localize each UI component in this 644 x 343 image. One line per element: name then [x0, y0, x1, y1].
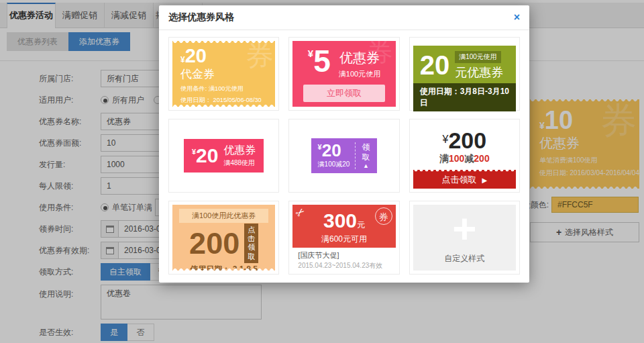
plus-icon: + — [413, 205, 516, 253]
coupon-watermark-icon: 券 — [246, 41, 274, 72]
page: 优惠券活动 满赠促销 满减促销 搭 优惠券列表 添加优惠券 所属门店: 所有门店… — [0, 0, 644, 343]
c1-date: 使用日期： 2015/05/06-08/30 — [180, 96, 268, 105]
c2-amount: ¥5 — [308, 47, 331, 79]
coupon-style-yellow[interactable]: ¥20 代金券 使用条件: 满100元使用 使用日期： 2015/05/06-0… — [168, 37, 279, 111]
c7-amount: 200 — [189, 228, 239, 258]
close-icon[interactable]: × — [514, 12, 520, 23]
coupon-style-modal: 选择优惠券风格 × ¥20 代金券 使用条件: 满100元使用 使用日期： 20… — [159, 5, 529, 283]
custom-style-button[interactable]: + 自定义样式 — [409, 201, 520, 275]
coupon-style-red-band[interactable]: ¥20 优惠券 满488使用 — [168, 119, 279, 193]
c3-amount: 20 — [420, 52, 450, 78]
c7-condition-band: 满100使用此优惠券 — [179, 209, 268, 223]
coupon-watermark-icon: 券 — [366, 41, 393, 68]
c6-amount: ¥200 — [413, 130, 516, 151]
c1-condition: 使用条件: 满100元使用 — [180, 85, 268, 93]
coupon-style-grid: ¥20 代金券 使用条件: 满100元使用 使用日期： 2015/05/06-0… — [159, 30, 529, 283]
c8-date: 2015.04.23~2015.04.23有效 — [298, 261, 390, 271]
coupon-watermark-icon: 券 — [375, 207, 392, 225]
click-claim-tab[interactable]: 点击领取 — [244, 224, 258, 263]
triangle-up-icon: ▲ — [361, 162, 370, 169]
c6-condition: 满100减200 — [413, 153, 516, 165]
c8-event-tag: [国庆节大促] — [298, 250, 390, 260]
c5-condition: 满100减20 — [318, 160, 350, 169]
click-claim-button[interactable]: 点击领取▶ — [413, 170, 516, 189]
c2-condition: 满100元使用 — [339, 69, 380, 79]
c8-condition: 满600元可用 — [292, 234, 395, 245]
coupon-style-green[interactable]: 20 满100元使用 元优惠券 使用日期：3月8日-3月10日 — [409, 37, 520, 111]
coupon-style-pink[interactable]: ¥5 优惠券 满100元使用 立即领取 券 — [288, 37, 399, 111]
c4-title: 优惠券 — [223, 144, 256, 158]
c3-date-bar: 使用日期：3月8日-3月10日 — [413, 83, 516, 111]
c4-condition: 满488使用 — [223, 158, 256, 168]
custom-style-label: 自定义样式 — [413, 253, 516, 264]
arrow-right-icon: ▶ — [482, 177, 487, 184]
c3-title: 元优惠券 — [455, 64, 503, 81]
coupon-style-red-white[interactable]: ✂ 券 300元 满600元可用 [国庆节大促] 2015.04.23~2015… — [288, 201, 399, 275]
modal-header: 选择优惠券风格 × — [159, 5, 529, 30]
c5-amount: ¥20 — [318, 143, 350, 159]
claim-now-button[interactable]: 立即领取 — [303, 85, 385, 102]
c3-condition-badge: 满100元使用 — [455, 51, 501, 63]
modal-title: 选择优惠券风格 — [168, 11, 234, 23]
coupon-style-orange[interactable]: 满100使用此优惠券 200 点击领取 使用日期： 3.1-8.5 — [168, 201, 279, 275]
claim-button[interactable]: 领取 — [361, 142, 370, 162]
c4-amount: ¥20 — [192, 146, 219, 166]
coupon-style-white-red[interactable]: ¥200 满100减200 点击领取▶ — [409, 119, 520, 193]
coupon-style-purple[interactable]: ¥20 满100减20 领取 ▲ — [288, 119, 399, 193]
